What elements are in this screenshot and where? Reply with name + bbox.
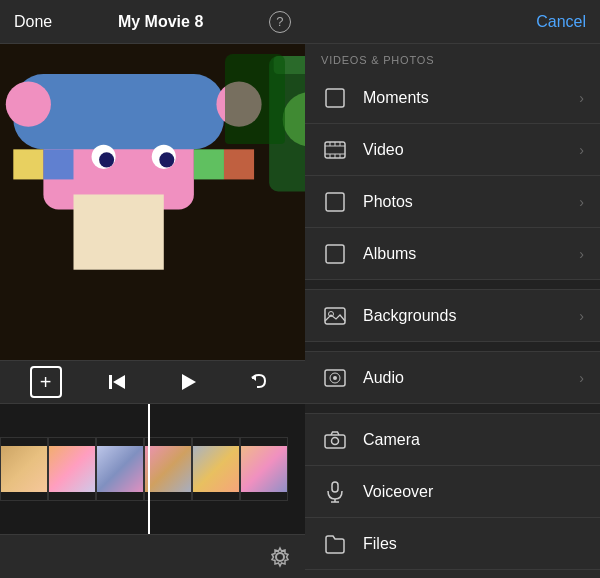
svg-rect-5 xyxy=(74,194,164,269)
audio-chevron: › xyxy=(579,370,584,386)
svg-rect-17 xyxy=(109,375,112,389)
svg-rect-33 xyxy=(326,245,344,263)
svg-rect-9 xyxy=(194,149,224,179)
video-icon xyxy=(321,136,349,164)
playhead xyxy=(148,404,150,534)
add-media-button[interactable]: + xyxy=(30,366,62,398)
camera-label: Camera xyxy=(363,431,584,449)
albums-icon-svg xyxy=(324,243,346,265)
photos-icon xyxy=(321,188,349,216)
photos-label: Photos xyxy=(363,193,579,211)
files-icon-svg xyxy=(324,533,346,555)
photos-chevron: › xyxy=(579,194,584,210)
camera-icon-svg xyxy=(324,429,346,451)
menu-item-video[interactable]: Video › xyxy=(305,124,600,176)
cancel-button[interactable]: Cancel xyxy=(536,13,586,31)
menu-item-photos[interactable]: Photos › xyxy=(305,176,600,228)
svg-point-21 xyxy=(276,553,284,561)
svg-point-12 xyxy=(216,82,261,127)
backgrounds-label: Backgrounds xyxy=(363,307,579,325)
film-frame xyxy=(0,437,48,501)
menu-item-backgrounds[interactable]: Backgrounds › xyxy=(305,290,600,342)
done-button[interactable]: Done xyxy=(14,13,52,31)
menu-list: VIDEOS & PHOTOS Moments › xyxy=(305,44,600,578)
divider2 xyxy=(305,342,600,352)
moments-chevron: › xyxy=(579,90,584,106)
files-label: Files xyxy=(363,535,584,553)
menu-item-audio[interactable]: Audio › xyxy=(305,352,600,404)
voiceover-icon xyxy=(321,478,349,506)
menu-item-files[interactable]: Files xyxy=(305,518,600,570)
gear-icon xyxy=(269,546,291,568)
film-frames xyxy=(0,437,288,501)
camera-icon xyxy=(321,426,349,454)
film-frame xyxy=(96,437,144,501)
top-bar: Done My Movie 8 ? xyxy=(0,0,305,44)
svg-rect-34 xyxy=(325,308,345,324)
video-chevron: › xyxy=(579,142,584,158)
backgrounds-icon-svg xyxy=(324,305,346,327)
files-icon xyxy=(321,530,349,558)
moments-label: Moments xyxy=(363,89,579,107)
film-frame xyxy=(144,437,192,501)
undo-icon xyxy=(248,371,270,393)
backgrounds-icon xyxy=(321,302,349,330)
albums-chevron: › xyxy=(579,246,584,262)
play-icon xyxy=(177,371,199,393)
svg-marker-19 xyxy=(182,374,196,390)
audio-icon xyxy=(321,364,349,392)
left-panel: Done My Movie 8 ? xyxy=(0,0,305,578)
right-top-bar: Cancel xyxy=(305,0,600,44)
timeline-track xyxy=(0,437,305,501)
bottom-bar xyxy=(0,534,305,578)
film-frame xyxy=(48,437,96,501)
menu-item-camera[interactable]: Camera xyxy=(305,414,600,466)
right-panel: Cancel VIDEOS & PHOTOS Moments › xyxy=(305,0,600,578)
svg-point-16 xyxy=(159,152,174,167)
divider xyxy=(305,280,600,290)
svg-rect-2 xyxy=(274,56,305,74)
svg-rect-41 xyxy=(332,482,338,492)
voiceover-icon-svg xyxy=(324,481,346,503)
skip-back-icon xyxy=(106,371,128,393)
menu-item-moments[interactable]: Moments › xyxy=(305,72,600,124)
svg-marker-18 xyxy=(113,375,125,389)
settings-button[interactable] xyxy=(269,546,291,568)
film-frame xyxy=(192,437,240,501)
albums-icon xyxy=(321,240,349,268)
svg-rect-10 xyxy=(224,149,254,179)
moments-icon xyxy=(321,84,349,112)
svg-rect-22 xyxy=(326,89,344,107)
svg-rect-32 xyxy=(326,193,344,211)
plus-icon: + xyxy=(40,371,52,394)
controls-bar: + xyxy=(0,360,305,404)
undo-button[interactable] xyxy=(243,366,275,398)
timeline-area[interactable] xyxy=(0,404,305,534)
divider3 xyxy=(305,404,600,414)
film-frame xyxy=(240,437,288,501)
preview-area xyxy=(0,44,305,360)
preview-content xyxy=(0,44,305,360)
play-button[interactable] xyxy=(172,366,204,398)
svg-point-40 xyxy=(332,437,339,444)
help-button[interactable]: ? xyxy=(269,11,291,33)
svg-point-38 xyxy=(333,376,337,380)
video-label: Video xyxy=(363,141,579,159)
preview-image xyxy=(0,44,305,360)
svg-rect-8 xyxy=(43,149,73,179)
help-icon: ? xyxy=(276,14,283,29)
voiceover-label: Voiceover xyxy=(363,483,584,501)
menu-item-albums[interactable]: Albums › xyxy=(305,228,600,280)
video-icon-svg xyxy=(324,139,346,161)
menu-item-voiceover[interactable]: Voiceover xyxy=(305,466,600,518)
section-label-videos-photos: VIDEOS & PHOTOS xyxy=(305,44,600,72)
backgrounds-chevron: › xyxy=(579,308,584,324)
audio-icon-svg xyxy=(324,367,346,389)
photos-icon-svg xyxy=(324,191,346,213)
albums-label: Albums xyxy=(363,245,579,263)
svg-rect-7 xyxy=(13,149,43,179)
svg-point-15 xyxy=(99,152,114,167)
movie-title: My Movie 8 xyxy=(118,13,203,31)
moments-icon-svg xyxy=(324,87,346,109)
skip-back-button[interactable] xyxy=(101,366,133,398)
